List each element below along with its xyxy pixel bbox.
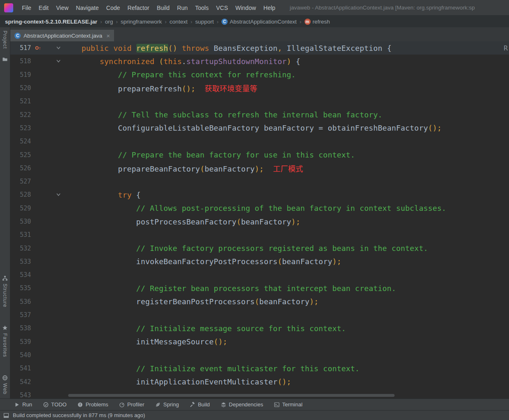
line-number[interactable]: 538 xyxy=(10,325,31,332)
code-editor[interactable]: 517O↑ public void refresh() throws Beans… xyxy=(10,41,509,399)
gutter[interactable]: 534 xyxy=(10,268,63,282)
menu-item-navigate[interactable]: Navigate xyxy=(72,5,102,11)
gutter[interactable]: 528 xyxy=(10,188,63,201)
menu-item-edit[interactable]: Edit xyxy=(35,5,52,11)
stripe-item-structure[interactable]: Structure xyxy=(2,275,8,308)
breadcrumb-item-spring-context-5-2-10-release-jar[interactable]: spring-context-5.2.10.RELEASE.jar xyxy=(3,19,99,25)
line-number[interactable]: 522 xyxy=(10,111,31,119)
code-line[interactable]: 517O↑ public void refresh() throws Beans… xyxy=(10,41,509,55)
line-number[interactable]: 531 xyxy=(10,231,31,239)
fold-arrow-icon[interactable] xyxy=(56,60,61,63)
code-line[interactable]: 538 // Initialize message source for thi… xyxy=(10,322,509,335)
stripe-item-favorites[interactable]: Favorites xyxy=(2,325,8,357)
toolwindow-button-dependencies[interactable]: Dependencies xyxy=(221,401,263,408)
line-number[interactable]: 543 xyxy=(10,391,31,399)
code-line[interactable]: 524 xyxy=(10,135,509,148)
toolwindow-button-profiler[interactable]: Profiler xyxy=(119,401,144,408)
line-number[interactable]: 537 xyxy=(10,311,31,319)
gutter[interactable]: 532 xyxy=(10,241,63,255)
code-line[interactable]: 531 xyxy=(10,228,509,241)
gutter[interactable]: 529 xyxy=(10,202,63,215)
tab-close-icon[interactable]: × xyxy=(107,32,110,39)
gutter[interactable]: 536 xyxy=(10,295,63,308)
line-number[interactable]: 524 xyxy=(10,138,31,145)
menu-item-tools[interactable]: Tools xyxy=(191,5,212,11)
stripe-item-web[interactable]: Web xyxy=(2,375,8,394)
line-number[interactable]: 519 xyxy=(10,71,31,79)
line-number[interactable]: 535 xyxy=(10,284,31,292)
gutter[interactable]: 530 xyxy=(10,215,63,228)
menu-item-code[interactable]: Code xyxy=(102,5,124,11)
line-number[interactable]: 530 xyxy=(10,218,31,225)
toolwindow-button-spring[interactable]: Spring xyxy=(155,401,179,408)
gutter[interactable]: 520 xyxy=(10,81,63,95)
code-line[interactable]: 532 // Invoke factory processors registe… xyxy=(10,241,509,255)
code-line[interactable]: 522 // Tell the subclass to refresh the … xyxy=(10,108,509,121)
code-line[interactable]: 539 initMessageSource(); xyxy=(10,335,509,348)
code-line[interactable]: 519 // Prepare this context for refreshi… xyxy=(10,68,509,81)
line-number[interactable]: 518 xyxy=(10,57,31,65)
code-line[interactable]: 529 // Allows post-processing of the bea… xyxy=(10,202,509,215)
line-number[interactable]: 542 xyxy=(10,378,31,386)
stripe-item-project[interactable]: Project xyxy=(2,31,8,50)
breadcrumb-item-support[interactable]: support xyxy=(193,19,215,25)
fold-arrow-icon[interactable] xyxy=(56,193,61,196)
toolwindow-button-build[interactable]: Build xyxy=(190,401,210,408)
code-line[interactable]: 535 // Register bean processors that int… xyxy=(10,282,509,295)
menu-item-file[interactable]: File xyxy=(18,5,35,11)
line-number[interactable]: 541 xyxy=(10,365,31,372)
code-line[interactable]: 541 // Initialize event multicaster for … xyxy=(10,362,509,375)
menu-item-run[interactable]: Run xyxy=(174,5,192,11)
line-number[interactable]: 536 xyxy=(10,298,31,305)
line-number[interactable]: 525 xyxy=(10,151,31,159)
gutter[interactable]: 537 xyxy=(10,308,63,322)
overrides-method-icon[interactable]: O↑ xyxy=(35,45,41,50)
fold-arrow-icon[interactable] xyxy=(56,46,61,50)
gutter[interactable]: 519 xyxy=(10,68,63,81)
gutter[interactable]: 540 xyxy=(10,348,63,362)
code-line[interactable]: 528 try { xyxy=(10,188,509,201)
gutter[interactable]: 538 xyxy=(10,322,63,335)
line-number[interactable]: 540 xyxy=(10,351,31,359)
gutter[interactable]: 518 xyxy=(10,55,63,68)
line-number[interactable]: 539 xyxy=(10,338,31,346)
code-line[interactable]: 536 registerBeanPostProcessors(beanFacto… xyxy=(10,295,509,308)
code-line[interactable]: 540 xyxy=(10,348,509,362)
line-number[interactable]: 527 xyxy=(10,178,31,185)
code-line[interactable]: 533 invokeBeanFactoryPostProcessors(bean… xyxy=(10,255,509,268)
gutter[interactable]: 541 xyxy=(10,362,63,375)
gutter[interactable]: 543 xyxy=(10,389,63,399)
breadcrumb-item-refresh[interactable]: mrefresh xyxy=(303,19,332,25)
gutter[interactable]: 535 xyxy=(10,282,63,295)
line-number[interactable]: 526 xyxy=(10,165,31,172)
project-folder-icon[interactable] xyxy=(2,56,8,62)
breadcrumb-item-context[interactable]: context xyxy=(168,19,189,25)
code-line[interactable]: 526 prepareBeanFactory(beanFactory); 工厂模… xyxy=(10,162,509,175)
code-line[interactable]: 534 xyxy=(10,268,509,282)
menu-item-vcs[interactable]: VCS xyxy=(212,5,232,11)
toolwindow-button-problems[interactable]: Problems xyxy=(77,401,108,408)
toolwindow-button-run[interactable]: Run xyxy=(14,401,32,408)
gutter[interactable]: 542 xyxy=(10,375,63,388)
menu-item-help[interactable]: Help xyxy=(260,5,279,11)
menu-item-view[interactable]: View xyxy=(52,5,72,11)
gutter[interactable]: 522 xyxy=(10,108,63,121)
code-line[interactable]: 525 // Prepare the bean factory for use … xyxy=(10,148,509,161)
horizontal-scrollbar[interactable] xyxy=(68,394,395,397)
gutter[interactable]: 517O↑ xyxy=(10,41,63,55)
menu-item-build[interactable]: Build xyxy=(153,5,173,11)
breadcrumb-item-abstractapplicationcontext[interactable]: CAbstractApplicationContext xyxy=(220,19,298,25)
code-line[interactable]: 530 postProcessBeanFactory(beanFactory); xyxy=(10,215,509,228)
line-number[interactable]: 521 xyxy=(10,98,31,105)
code-line[interactable]: 523 ConfigurableListableBeanFactory bean… xyxy=(10,122,509,135)
gutter[interactable]: 527 xyxy=(10,175,63,188)
line-number[interactable]: 520 xyxy=(10,84,31,92)
gutter[interactable]: 524 xyxy=(10,135,63,148)
gutter[interactable]: 526 xyxy=(10,162,63,175)
menu-item-refactor[interactable]: Refactor xyxy=(124,5,153,11)
breadcrumb-item-org[interactable]: org xyxy=(103,19,115,25)
code-line[interactable]: 520 prepareRefresh(); 获取环境变量等 xyxy=(10,81,509,95)
menu-item-window[interactable]: Window xyxy=(232,5,260,11)
line-number[interactable]: 528 xyxy=(10,191,31,198)
gutter[interactable]: 533 xyxy=(10,255,63,268)
